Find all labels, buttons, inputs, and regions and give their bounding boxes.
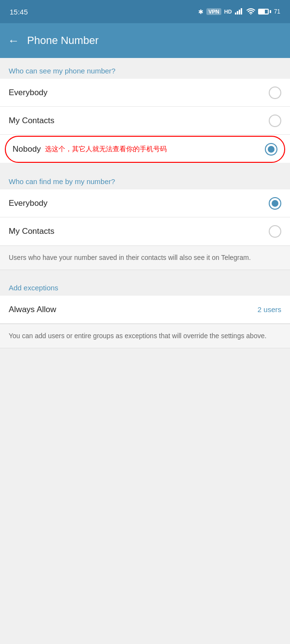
everybody-find-radio[interactable] (269, 197, 281, 210)
info-box-2-text: You can add users or entire groups as ex… (9, 332, 266, 340)
mycontacts-see-label: My Contacts (9, 116, 54, 126)
section1-label: Who can see my phone number? (0, 58, 290, 79)
svg-rect-0 (235, 13, 236, 14)
nobody-see-annotation: 选这个，其它人就无法查看你的手机号码 (45, 145, 167, 154)
vpn-badge: VPN (206, 8, 221, 15)
svg-rect-1 (237, 11, 238, 14)
info-box-1-text: Users who have your number saved in thei… (9, 254, 251, 261)
info-box-1: Users who have your number saved in thei… (0, 245, 290, 270)
svg-rect-3 (241, 8, 242, 14)
status-bar: 15:45 ✱ VPN HD (0, 0, 290, 23)
header: ← Phone Number (0, 23, 290, 58)
bluetooth-icon: ✱ (198, 8, 203, 15)
signal-icon (235, 8, 244, 16)
phone-visibility-card: Everybody My Contacts Nobody 选这个，其它人就无法查… (0, 79, 290, 163)
wifi-icon (246, 8, 255, 16)
mycontacts-find-radio[interactable] (269, 225, 281, 238)
status-icons: ✱ VPN HD 71 (198, 8, 280, 16)
always-allow-label: Always Allow (9, 305, 56, 315)
option-everybody-find[interactable]: Everybody (0, 189, 290, 217)
mycontacts-find-label: My Contacts (9, 227, 54, 236)
mycontacts-see-radio[interactable] (269, 114, 281, 127)
status-time: 15:45 (10, 8, 28, 16)
option-mycontacts-find[interactable]: My Contacts (0, 217, 290, 245)
battery-level: 71 (274, 8, 280, 15)
option-mycontacts-see[interactable]: My Contacts (0, 107, 290, 135)
option-nobody-see[interactable]: Nobody 选这个，其它人就无法查看你的手机号码 (5, 136, 285, 163)
add-exceptions-label[interactable]: Add exceptions (0, 275, 290, 296)
battery-icon (258, 9, 271, 14)
svg-rect-2 (239, 10, 240, 14)
always-allow-value: 2 users (258, 305, 281, 314)
hd-icon: HD (224, 9, 232, 14)
page-title: Phone Number (27, 34, 99, 47)
everybody-find-label: Everybody (9, 199, 47, 208)
everybody-see-radio[interactable] (269, 86, 281, 99)
svg-point-4 (250, 13, 251, 14)
content: Who can see my phone number? Everybody M… (0, 58, 290, 348)
section2-label: Who can find me by my number? (0, 169, 290, 189)
option-everybody-see[interactable]: Everybody (0, 79, 290, 107)
find-card: Everybody My Contacts (0, 189, 290, 245)
info-box-2: You can add users or entire groups as ex… (0, 324, 290, 348)
always-allow-row[interactable]: Always Allow 2 users (0, 296, 290, 324)
everybody-see-label: Everybody (9, 88, 47, 98)
nobody-see-label: Nobody (13, 144, 41, 154)
back-button[interactable]: ← (8, 34, 19, 47)
nobody-see-radio[interactable] (265, 143, 277, 156)
